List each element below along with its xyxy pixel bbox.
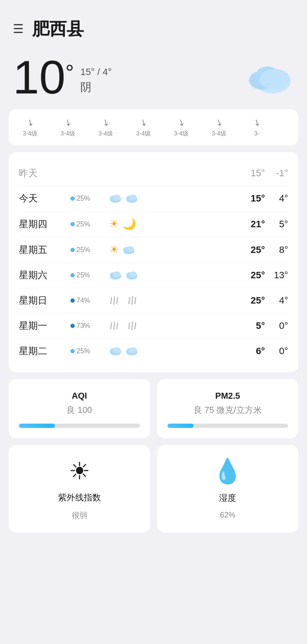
- svg-line-22: [129, 298, 130, 304]
- wind-scroll[interactable]: ↘ 3-4级 ↘ 3-4级 ↘ 3-4级 ↘ 3-4级 ↘ 3-4级 ↘ 3-4…: [9, 117, 298, 138]
- wind-arrow-2: ↘: [62, 117, 74, 129]
- aqi-card: AQI 良 100: [9, 379, 150, 438]
- rain-dot-today: [70, 196, 75, 201]
- mon-low: 0°: [271, 320, 288, 331]
- wind-level-7: 3-: [254, 130, 259, 137]
- svg-line-23: [132, 297, 133, 304]
- svg-line-21: [117, 298, 118, 304]
- sun-low: 4°: [271, 295, 288, 306]
- yesterday-low: -1°: [271, 168, 288, 179]
- cloud-icon-tue-2: [125, 346, 138, 356]
- wind-arrow-6: ↘: [213, 117, 225, 129]
- forecast-day-today: 今天: [19, 192, 70, 205]
- svg-line-24: [135, 298, 136, 304]
- rain-dot-mon: [70, 324, 75, 328]
- wind-item-5: ↘ 3-4级: [168, 117, 194, 138]
- forecast-row-today: 今天 25% 15° 4°: [19, 186, 288, 211]
- wind-level-4: 3-4级: [136, 130, 151, 138]
- svg-point-15: [113, 271, 121, 277]
- forecast-row-mon: 星期一 73% 5° 0°: [19, 313, 288, 339]
- wind-item-1: ↘ 3-4级: [17, 117, 43, 138]
- svg-point-18: [129, 271, 137, 277]
- tue-high: 6°: [246, 346, 265, 357]
- pm25-value: 良 75 微克/立方米: [167, 404, 289, 416]
- wind-level-2: 3-4级: [61, 130, 75, 138]
- cloud-icon-fri: [122, 245, 135, 255]
- cloud-icon-sat-2: [125, 270, 138, 280]
- rain-pct-thu: 25%: [76, 220, 90, 228]
- rain-pct-sun: 74%: [76, 297, 90, 304]
- sat-low: 13°: [271, 270, 288, 281]
- svg-line-28: [129, 323, 130, 329]
- menu-icon[interactable]: ☰: [13, 23, 24, 35]
- today-low: 4°: [271, 193, 288, 204]
- uv-label: 紫外线指数: [58, 492, 101, 503]
- rain-dot-thu: [70, 222, 75, 226]
- forecast-row-thu: 星期四 25% ☀ 🌙 21° 5°: [19, 211, 288, 237]
- wind-item-6: ↘ 3-4级: [206, 117, 232, 138]
- humidity-sublabel: 62%: [220, 511, 235, 520]
- thu-low: 5°: [271, 219, 288, 230]
- sun-icon-uv: ☀: [69, 457, 90, 485]
- temp-info: 15° / 4° 阴: [80, 54, 112, 95]
- forecast-temps-thu: 21° 5°: [246, 219, 288, 230]
- cloud-icon-tue-1: [109, 346, 122, 356]
- forecast-day-sun: 星期日: [19, 294, 70, 307]
- rain-icon-sun-2: [127, 295, 142, 306]
- forecast-icons-mon: [109, 320, 246, 331]
- cloud-icon-sat-1: [109, 270, 122, 280]
- thu-high: 21°: [246, 219, 265, 230]
- temp-degree-symbol: °: [65, 60, 74, 85]
- pm25-card: PM2.5 良 75 微克/立方米: [157, 379, 299, 438]
- humidity-icon: 💧: [213, 457, 243, 485]
- pm25-title: PM2.5: [167, 391, 289, 401]
- forecast-icons-fri: ☀: [109, 243, 246, 256]
- weather-icon-cloud: [238, 58, 294, 96]
- forecast-temps-mon: 5° 0°: [246, 320, 288, 331]
- current-temp: 10: [13, 54, 65, 101]
- forecast-temps-fri: 25° 8°: [246, 244, 288, 256]
- uv-humidity-row: ☀ 紫外线指数 很弱 💧 湿度 62%: [9, 445, 298, 533]
- wind-arrow-5: ↘: [176, 117, 187, 129]
- forecast-row-fri: 星期五 25% ☀ 25° 8°: [19, 237, 288, 263]
- header: ☰ 肥西县: [0, 0, 307, 49]
- sat-high: 25°: [246, 270, 265, 281]
- wind-scroll-container: ↘ 3-4级 ↘ 3-4级 ↘ 3-4级 ↘ 3-4级 ↘ 3-4级 ↘ 3-4…: [9, 109, 298, 145]
- forecast-day-thu: 星期四: [19, 218, 70, 231]
- aqi-bar: [19, 424, 55, 428]
- rain-dot-fri: [70, 248, 75, 252]
- svg-point-33: [113, 347, 121, 353]
- wind-item-4: ↘ 3-4级: [131, 117, 156, 138]
- forecast-day-fri: 星期五: [19, 244, 70, 256]
- sun-icon-fri: ☀: [109, 243, 119, 256]
- pm25-bar: [167, 424, 194, 428]
- city-name: 肥西县: [32, 17, 84, 41]
- rain-icon-sun-1: [109, 295, 124, 306]
- temp-description: 阴: [80, 80, 112, 95]
- forecast-rain-thu: 25%: [70, 220, 109, 228]
- uv-sublabel: 很弱: [72, 510, 87, 521]
- forecast-day-tue: 星期二: [19, 345, 70, 358]
- wind-level-5: 3-4级: [174, 130, 188, 138]
- rain-dot-tue: [70, 349, 75, 353]
- wind-arrow-7: ↘: [251, 117, 263, 129]
- forecast-rain-tue: 25%: [70, 347, 109, 355]
- svg-line-26: [114, 322, 115, 330]
- wind-arrow-1: ↘: [24, 117, 36, 129]
- rain-pct-today: 25%: [76, 195, 90, 202]
- svg-line-20: [114, 297, 115, 304]
- metrics-row: AQI 良 100 PM2.5 良 75 微克/立方米: [9, 379, 298, 438]
- forecast-temps-today: 15° 4°: [246, 193, 288, 204]
- svg-point-3: [260, 69, 290, 90]
- svg-point-36: [129, 347, 137, 353]
- wind-arrow-4: ↘: [138, 117, 149, 129]
- forecast-temps-sun: 25° 4°: [246, 295, 288, 306]
- svg-line-27: [117, 323, 118, 329]
- forecast-icons-tue: [109, 346, 246, 356]
- svg-point-6: [113, 195, 121, 201]
- temp-left: 10 ° 15° / 4° 阴: [13, 54, 112, 101]
- forecast-rain-fri: 25%: [70, 246, 109, 254]
- svg-line-25: [111, 323, 112, 329]
- rain-dot-sat: [70, 273, 75, 277]
- svg-line-19: [111, 298, 112, 304]
